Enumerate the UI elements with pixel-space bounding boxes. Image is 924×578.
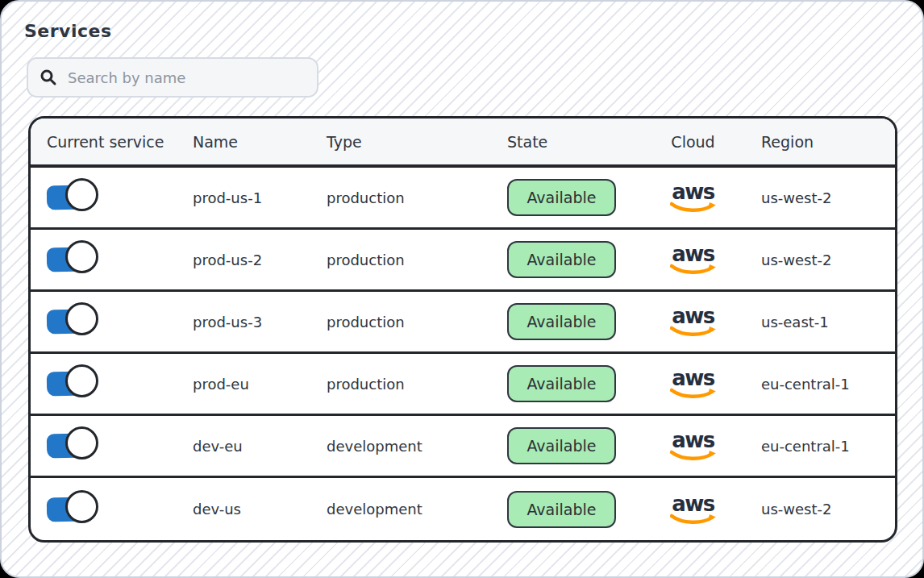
service-region: eu-central-1 <box>734 438 895 455</box>
aws-logo: aws <box>670 493 717 526</box>
aws-logo-text: aws <box>672 181 714 202</box>
column-header-state: State <box>507 133 652 151</box>
service-name: dev-us <box>193 501 327 518</box>
current-service-toggle[interactable] <box>47 240 104 279</box>
status-badge: Available <box>507 303 616 340</box>
table-row: dev-eu development Available aws eu-cent… <box>31 416 895 478</box>
service-name: prod-us-1 <box>193 189 327 206</box>
column-header-region: Region <box>734 133 895 151</box>
status-badge: Available <box>507 365 616 402</box>
aws-smile-icon <box>670 264 717 276</box>
status-badge: Available <box>507 427 616 464</box>
aws-logo: aws <box>670 243 717 276</box>
aws-smile-icon <box>670 450 717 462</box>
aws-logo-text: aws <box>672 306 714 326</box>
aws-logo: aws <box>670 430 717 462</box>
current-service-toggle[interactable] <box>47 178 104 217</box>
aws-logo: aws <box>670 306 717 338</box>
search-icon <box>40 69 57 86</box>
service-name: dev-eu <box>193 438 327 455</box>
aws-smile-icon <box>670 202 717 214</box>
search-input[interactable] <box>68 69 306 86</box>
column-header-cloud: Cloud <box>671 133 714 151</box>
column-header-name: Name <box>193 133 327 151</box>
service-type: development <box>327 501 507 518</box>
page-container: Services Current service Name Type State… <box>0 0 924 578</box>
table-row: prod-eu production Available aws eu-cent… <box>31 354 895 416</box>
toggle-knob <box>65 490 98 523</box>
status-badge: Available <box>507 241 616 278</box>
service-name: prod-us-3 <box>193 314 327 331</box>
search-box[interactable] <box>27 57 318 98</box>
current-service-toggle[interactable] <box>47 490 104 529</box>
aws-logo-text: aws <box>672 493 714 514</box>
current-service-toggle[interactable] <box>47 364 104 403</box>
toggle-knob <box>65 426 98 459</box>
column-header-type: Type <box>327 133 507 151</box>
status-badge: Available <box>507 179 616 216</box>
table-row: prod-us-3 production Available aws us-ea… <box>31 292 895 354</box>
service-type: development <box>327 438 507 455</box>
column-header-current-service: Current service <box>47 133 193 151</box>
service-name: prod-us-2 <box>193 252 327 268</box>
current-service-toggle[interactable] <box>47 302 104 341</box>
service-name: prod-eu <box>193 376 327 393</box>
aws-logo-text: aws <box>672 368 714 389</box>
aws-smile-icon <box>670 514 717 526</box>
toggle-knob <box>65 240 98 273</box>
toggle-knob <box>65 364 98 397</box>
service-type: production <box>327 314 507 331</box>
aws-logo: aws <box>670 181 717 214</box>
aws-logo-text: aws <box>672 243 714 264</box>
aws-logo: aws <box>670 368 717 400</box>
aws-smile-icon <box>670 388 717 400</box>
current-service-toggle[interactable] <box>47 426 104 465</box>
table-row: dev-us development Available aws us-west… <box>31 478 895 540</box>
service-type: production <box>327 189 507 206</box>
table-row: prod-us-2 production Available aws us-we… <box>31 230 895 292</box>
toggle-knob <box>65 178 98 211</box>
table-row: prod-us-1 production Available aws us-we… <box>31 168 895 230</box>
toggle-knob <box>65 302 98 335</box>
service-region: us-west-2 <box>734 501 895 518</box>
status-badge: Available <box>507 491 616 528</box>
aws-logo-text: aws <box>672 430 714 451</box>
service-region: eu-central-1 <box>734 376 895 393</box>
service-region: us-east-1 <box>734 314 895 331</box>
table-header-row: Current service Name Type State Cloud Re… <box>31 119 895 168</box>
service-type: production <box>327 252 507 268</box>
service-region: us-west-2 <box>734 252 895 268</box>
service-region: us-west-2 <box>734 189 895 206</box>
services-table: Current service Name Type State Cloud Re… <box>28 116 897 543</box>
service-type: production <box>327 376 507 393</box>
page-title: Services <box>24 21 112 41</box>
aws-smile-icon <box>670 326 717 338</box>
